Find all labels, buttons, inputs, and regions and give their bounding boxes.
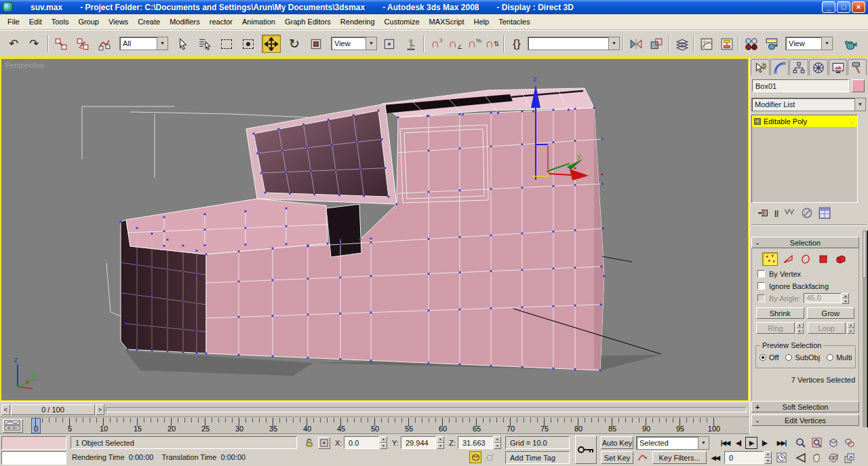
menu-tentacles[interactable]: Tentacles (494, 16, 534, 28)
menu-reactor[interactable]: reactor (205, 16, 237, 28)
maximize-viewport-toggle-icon[interactable] (842, 451, 856, 465)
pin-stack-icon[interactable] (757, 206, 770, 220)
minimize-button[interactable]: _ (822, 1, 835, 13)
snaps-toggle-icon[interactable]: ∩3 (427, 35, 446, 53)
unlink-selection-icon[interactable] (73, 35, 92, 53)
pan-hand-icon[interactable] (810, 451, 824, 465)
zoom-extents-all-icon[interactable] (842, 436, 856, 450)
loop-spinner[interactable]: ▲▼ (847, 322, 854, 334)
select-object-icon[interactable] (174, 35, 193, 53)
soft-selection-rollout-header[interactable]: + Soft Selection (751, 401, 859, 412)
time-slider-next-button[interactable]: > (96, 404, 104, 415)
modifier-list-dropdown[interactable]: Modifier List▼ (751, 98, 866, 111)
zoom-extents-icon[interactable] (826, 436, 840, 450)
reference-coordinate-system-dropdown[interactable]: View▼ (331, 37, 377, 50)
border-subobject-icon[interactable] (797, 252, 813, 266)
menu-tools[interactable]: Tools (47, 16, 74, 28)
panel-scrollbar[interactable] (863, 231, 866, 427)
add-time-tag-field[interactable]: Add Time Tag (505, 451, 570, 464)
by-vertex-checkbox[interactable]: By Vertex (757, 269, 859, 278)
frame-spinner[interactable]: ▲▼ (764, 451, 772, 464)
key-filters-button[interactable]: Key Filters... (652, 451, 707, 464)
menu-create[interactable]: Create (133, 16, 165, 28)
tab-modify[interactable] (770, 59, 789, 75)
menu-modifiers[interactable]: Modifiers (165, 16, 205, 28)
preview-subobj-radio[interactable] (785, 354, 792, 361)
scrollbar-thumb[interactable] (863, 231, 866, 278)
adaptive-degradation-icon[interactable] (469, 451, 481, 463)
absolute-offset-mode-icon[interactable] (318, 437, 330, 449)
show-end-result-icon[interactable]: || (774, 209, 778, 217)
named-selection-sets-icon[interactable]: {} (507, 35, 526, 53)
edit-vertices-rollout-header[interactable]: - Edit Vertices (751, 414, 859, 426)
tab-hierarchy[interactable] (789, 59, 808, 75)
field-of-view-icon[interactable] (793, 451, 808, 465)
menu-maxscript[interactable]: MAXScript (425, 16, 469, 28)
time-slider-prev-button[interactable]: < (1, 404, 10, 415)
quick-render-icon[interactable] (841, 35, 860, 53)
loop-button[interactable]: Loop (808, 322, 846, 334)
track-bar[interactable]: 0 5 10 15 20 25 30 35 40 45 50 55 60 65 … (0, 416, 749, 434)
menu-rendering[interactable]: Rendering (336, 16, 380, 28)
select-and-scale-icon[interactable] (307, 35, 326, 53)
time-slider-track[interactable] (106, 407, 747, 412)
align-icon[interactable] (647, 35, 666, 53)
perspective-viewport[interactable]: z y x z x y Perspective (0, 58, 749, 402)
auto-key-button[interactable]: Auto Key (601, 436, 633, 449)
open-mini-curve-editor-button[interactable] (3, 419, 23, 433)
preview-off-radio[interactable] (760, 354, 766, 361)
default-tangent-icon[interactable] (636, 451, 650, 464)
window-crossing-toggle-icon[interactable] (239, 35, 258, 53)
time-slider-handle[interactable]: 0 / 100 (11, 404, 95, 415)
menu-customize[interactable]: Customize (380, 16, 425, 28)
angle-snap-toggle-icon[interactable]: ∩∠ (446, 35, 465, 53)
mirror-icon[interactable] (627, 35, 646, 53)
shrink-button[interactable]: Shrink (756, 307, 804, 319)
select-and-rotate-icon[interactable]: ↻ (285, 35, 304, 53)
select-by-name-icon[interactable] (195, 35, 214, 53)
maxscript-mini-listener-input[interactable] (1, 451, 66, 465)
menu-animation[interactable]: Animation (237, 16, 280, 28)
bind-to-spacewarp-icon[interactable] (95, 35, 114, 53)
arc-rotate-icon[interactable] (826, 451, 840, 465)
menu-group[interactable]: Group (73, 16, 104, 28)
maxscript-mini-listener[interactable] (1, 436, 66, 450)
redo-icon[interactable]: ↷ (24, 35, 43, 53)
by-angle-spinner[interactable]: ▲▼ (842, 293, 849, 303)
ring-spinner[interactable]: ▲▼ (796, 322, 804, 334)
use-pivot-point-center-icon[interactable] (380, 35, 399, 53)
select-and-manipulate-icon[interactable] (401, 35, 420, 53)
tab-display[interactable] (829, 59, 848, 75)
grow-button[interactable]: Grow (807, 307, 855, 319)
selection-lock-icon[interactable] (303, 437, 315, 449)
element-subobject-icon[interactable] (833, 252, 848, 266)
zoom-all-icon[interactable] (810, 436, 824, 450)
schematic-view-icon[interactable] (717, 35, 736, 53)
menu-edit[interactable]: Edit (24, 16, 47, 28)
set-key-button[interactable]: Set Key (601, 451, 633, 464)
select-and-move-icon[interactable] (262, 35, 281, 53)
tab-utilities[interactable] (848, 59, 867, 75)
vertex-subobject-icon[interactable] (762, 252, 778, 266)
ring-button[interactable]: Ring (756, 322, 795, 334)
maximize-button[interactable]: □ (837, 1, 850, 13)
time-configuration-icon[interactable] (775, 451, 788, 464)
menu-graph-editors[interactable]: Graph Editors (280, 16, 336, 28)
key-mode-toggle-icon[interactable]: ◀◀ (709, 452, 722, 464)
play-button[interactable]: ▶ (745, 437, 757, 449)
x-coordinate-field[interactable]: 0.0 (344, 436, 379, 449)
object-name-field[interactable]: Box01 (752, 79, 849, 92)
key-selection-dropdown[interactable]: Selected▼ (636, 436, 709, 450)
selection-filter-dropdown[interactable]: All▼ (119, 37, 168, 50)
menu-file[interactable]: File (3, 16, 24, 28)
percent-snap-toggle-icon[interactable]: ∩% (465, 35, 484, 53)
viewport-canvas[interactable]: z y x z x y (1, 59, 748, 400)
configure-modifier-sets-icon[interactable] (818, 206, 831, 220)
edge-subobject-icon[interactable] (780, 252, 795, 266)
menu-views[interactable]: Views (104, 16, 133, 28)
notification-icon[interactable] (484, 451, 496, 463)
close-button[interactable]: × (852, 1, 865, 13)
select-and-link-icon[interactable] (52, 35, 71, 53)
polygon-subobject-icon[interactable] (815, 252, 831, 266)
expand-icon[interactable]: + (754, 118, 761, 125)
